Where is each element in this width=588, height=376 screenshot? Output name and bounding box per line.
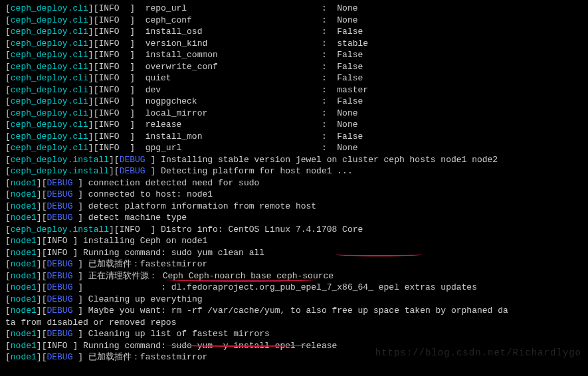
log-line: [ceph_deploy.cli][INFO ] dev : master (5, 84, 583, 96)
log-line: [node1][DEBUG ] detect machine type (5, 212, 583, 224)
log-line: [node1][DEBUG ] Cleaning up everything (5, 294, 583, 306)
log-line: [ceph_deploy.install][DEBUG ] Detecting … (5, 165, 583, 177)
log-line: [ceph_deploy.cli][INFO ] install_osd : F… (5, 26, 583, 38)
log-line: [node1][DEBUG ] Maybe you want: rm -rf /… (5, 305, 583, 317)
log-line: [node1][DEBUG ] connected to host: node1 (5, 189, 583, 201)
log-line: [ceph_deploy.cli][INFO ] ceph_conf : Non… (5, 15, 583, 27)
log-line: [ceph_deploy.cli][INFO ] quiet : False (5, 72, 583, 84)
log-line: [node1][INFO ] installing Ceph on node1 (5, 235, 583, 247)
terminal-output: [ceph_deploy.cli][INFO ] repo_url : None… (5, 3, 583, 363)
log-line: [node1][DEBUG ] 已加载插件：fastestmirror (5, 258, 583, 270)
log-line: [ceph_deploy.cli][INFO ] release : None (5, 119, 583, 131)
log-line: [node1][INFO ] Running command: sudo yum… (5, 340, 583, 352)
log-line: [ceph_deploy.cli][INFO ] nogpgcheck : Fa… (5, 96, 583, 108)
log-line: [ceph_deploy.cli][INFO ] overwrite_conf … (5, 61, 583, 73)
log-line: [ceph_deploy.cli][INFO ] repo_url : None (5, 3, 583, 15)
log-line: [ceph_deploy.install][INFO ] Distro info… (5, 224, 583, 236)
log-line: [node1][DEBUG ] 正在清理软件源： Ceph Ceph-noarc… (5, 270, 583, 282)
log-line: [node1][DEBUG ] 已加载插件：fastestmirror (5, 351, 583, 363)
log-line: [ceph_deploy.install][DEBUG ] Installing… (5, 154, 583, 166)
log-line: [node1][DEBUG ] detect platform informat… (5, 201, 583, 213)
log-line: [node1][DEBUG ] Cleaning up list of fast… (5, 328, 583, 340)
log-line: [ceph_deploy.cli][INFO ] local_mirror : … (5, 108, 583, 120)
log-line: [ceph_deploy.cli][INFO ] version_kind : … (5, 38, 583, 50)
log-line: ta from disabled or removed repos (5, 317, 583, 329)
log-line: [node1][INFO ] Running command: sudo yum… (5, 247, 583, 259)
log-line: [ceph_deploy.cli][INFO ] install_common … (5, 49, 583, 61)
log-line: [node1][DEBUG ] : dl.fedoraproject.org_p… (5, 282, 583, 294)
log-line: [node1][DEBUG ] connection detected need… (5, 177, 583, 189)
log-line: [ceph_deploy.cli][INFO ] gpg_url : None (5, 142, 583, 154)
log-line: [ceph_deploy.cli][INFO ] install_mon : F… (5, 131, 583, 143)
